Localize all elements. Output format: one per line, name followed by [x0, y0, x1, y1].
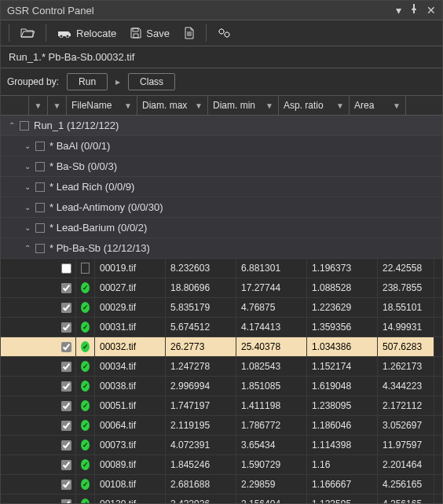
titlebar: GSR Control Panel ▾ ✕ [1, 1, 442, 20]
collapse-icon[interactable]: ⌃ [5, 121, 18, 130]
funnel-icon[interactable]: ▼ [195, 101, 203, 110]
table-row[interactable]: ✓00089.tif1.8452461.5907291.162.201464 [1, 455, 442, 475]
cell-dmin: 2.29859 [236, 475, 307, 494]
header-diam-max[interactable]: Diam. max▼ [137, 96, 208, 115]
row-checkbox[interactable] [61, 460, 71, 470]
open-button[interactable] [14, 24, 41, 42]
group-baal[interactable]: ⌄* BaAl (0/0/1) [1, 136, 442, 156]
cell-area: 2.172112 [378, 396, 434, 415]
close-icon[interactable]: ✕ [427, 4, 436, 17]
settings-button[interactable] [211, 24, 238, 42]
group-arrow-icon[interactable]: ▸ [115, 76, 120, 87]
cell-dmin: 6.881301 [236, 259, 307, 278]
cell-asp: 1.238095 [307, 396, 378, 415]
row-checkbox[interactable] [61, 440, 71, 451]
svg-point-2 [66, 35, 69, 38]
table-row[interactable]: ✓00029.tif5.8351794.768751.22362918.5510… [1, 298, 442, 318]
header-diam-min[interactable]: Diam. min▼ [208, 96, 279, 115]
cell-dmax: 26.2773 [166, 337, 236, 356]
cell-asp: 1.186046 [307, 416, 378, 435]
table-row[interactable]: 00019.tif8.2326036.8813011.19637322.4255… [1, 259, 442, 278]
table-row[interactable]: ✓00108.tif2.6816882.298591.1666674.25616… [1, 475, 442, 495]
funnel-icon[interactable]: ▼ [124, 101, 132, 110]
collapse-icon[interactable]: ⌃ [21, 244, 34, 252]
cell-dmin: 1.411198 [236, 396, 307, 415]
cell-dmax: 5.835179 [166, 298, 236, 317]
cell-file: 00089.tif [95, 455, 166, 474]
autohide-icon[interactable]: ▾ [396, 4, 401, 17]
svg-point-7 [225, 32, 229, 37]
row-checkbox[interactable] [61, 421, 71, 431]
header-status[interactable]: ▼ [48, 96, 67, 115]
expand-icon[interactable]: ⌄ [21, 223, 34, 232]
funnel-icon[interactable]: ▼ [336, 101, 344, 110]
row-checkbox[interactable] [61, 263, 71, 274]
row-checkbox[interactable] [61, 401, 71, 411]
row-checkbox[interactable] [61, 499, 71, 504]
funnel-icon[interactable]: ▼ [265, 101, 273, 110]
svg-point-1 [60, 35, 63, 38]
funnel-icon[interactable]: ▼ [393, 101, 401, 110]
cell-asp: 1.114398 [307, 436, 378, 454]
cell-file: 00031.tif [95, 318, 166, 337]
header-area[interactable]: Area▼ [350, 96, 406, 115]
header-check[interactable]: ▼ [29, 96, 48, 115]
check-ok-icon: ✓ [81, 440, 90, 451]
document-button[interactable] [178, 24, 201, 42]
group-basb[interactable]: ⌄* Ba-Sb (0/0/3) [1, 156, 442, 177]
cell-dmax: 1.247278 [166, 357, 236, 376]
table-row[interactable]: ✓00032.tif26.277325.403781.034386507.628… [1, 337, 442, 357]
table-row[interactable]: ✓00073.tif4.0723913.654341.11439811.9759… [1, 436, 442, 455]
table-row[interactable]: ✓00034.tif1.2472781.0825431.1521741.2621… [1, 357, 442, 377]
cell-area: 4.344223 [378, 377, 434, 395]
table-row[interactable]: ✓00027.tif18.8069617.277441.088528238.78… [1, 278, 442, 298]
column-headers: ▼ ▼ FileName▼ Diam. max▼ Diam. min▼ Asp.… [1, 96, 442, 116]
row-checkbox[interactable] [61, 362, 71, 372]
path-bar: Run_1.* Pb-Ba-Sb.00032.tif [1, 46, 442, 68]
cell-area: 2.201464 [378, 455, 434, 474]
pin-icon[interactable] [409, 4, 419, 17]
expand-icon[interactable]: ⌄ [21, 203, 34, 212]
save-button[interactable]: Save [124, 24, 176, 42]
funnel-icon[interactable]: ▼ [35, 101, 42, 110]
row-checkbox[interactable] [61, 381, 71, 392]
expand-icon[interactable]: ⌄ [21, 182, 34, 191]
data-tree[interactable]: ⌃Run_1 (12/12/122) ⌄* BaAl (0/0/1) ⌄* Ba… [1, 116, 442, 503]
cell-dmax: 5.674512 [166, 318, 236, 337]
group-leadantimony[interactable]: ⌄* Lead-Antimony (0/0/30) [1, 197, 442, 218]
table-row[interactable]: ✓00031.tif5.6745124.1744131.35935614.999… [1, 318, 442, 337]
header-filename[interactable]: FileName▼ [67, 96, 137, 115]
group-chip-run[interactable]: Run [67, 73, 108, 90]
group-leadbarium[interactable]: ⌄* Lead-Barium (0/0/2) [1, 218, 442, 238]
group-leadrich[interactable]: ⌄* Lead Rich (0/0/9) [1, 177, 442, 197]
cell-dmax: 2.422926 [166, 495, 236, 503]
row-checkbox[interactable] [61, 303, 71, 313]
cell-area: 11.97597 [378, 436, 434, 454]
relocate-button[interactable]: Relocate [51, 24, 123, 42]
row-checkbox[interactable] [61, 480, 71, 490]
cell-file: 00038.tif [95, 377, 166, 395]
table-row[interactable]: ✓00120.tif2.4229262.1564041.1235954.2561… [1, 495, 442, 503]
table-row[interactable]: ✓00064.tif2.1191951.7867721.1860463.0526… [1, 416, 442, 436]
table-row[interactable]: ✓00038.tif2.9969941.8510851.6190484.3442… [1, 377, 442, 396]
cell-area: 507.6283 [378, 337, 434, 356]
cell-dmin: 25.40378 [236, 337, 307, 356]
expand-box-icon[interactable] [20, 121, 29, 131]
funnel-icon[interactable]: ▼ [53, 101, 61, 110]
row-checkbox[interactable] [61, 342, 71, 352]
group-run1[interactable]: ⌃Run_1 (12/12/122) [1, 116, 442, 136]
table-row[interactable]: ✓00051.tif1.7471971.4111981.2380952.1721… [1, 396, 442, 416]
expand-icon[interactable]: ⌄ [21, 162, 34, 171]
row-checkbox[interactable] [61, 283, 71, 293]
cell-asp: 1.196373 [307, 259, 378, 278]
cell-dmax: 2.681688 [166, 475, 236, 494]
row-checkbox[interactable] [61, 322, 71, 333]
header-asp-ratio[interactable]: Asp. ratio▼ [279, 96, 350, 115]
toolbar: Relocate Save [1, 20, 442, 46]
group-pbbasb[interactable]: ⌃* Pb-Ba-Sb (12/12/13) [1, 238, 442, 259]
group-chip-class[interactable]: Class [128, 73, 175, 90]
cell-area: 1.262173 [378, 357, 434, 376]
cell-asp: 1.359356 [307, 318, 378, 337]
cell-asp: 1.034386 [307, 337, 378, 356]
expand-icon[interactable]: ⌄ [21, 142, 34, 150]
